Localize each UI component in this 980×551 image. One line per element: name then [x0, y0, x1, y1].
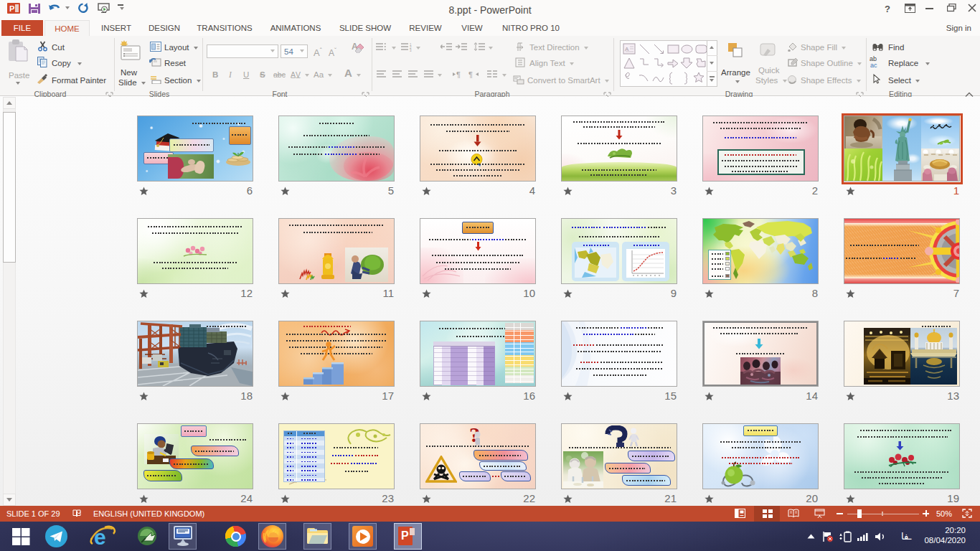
svg-text:3: 3: [410, 49, 412, 52]
svg-text:¶: ¶: [456, 70, 461, 79]
svg-text:¶: ¶: [468, 70, 473, 79]
